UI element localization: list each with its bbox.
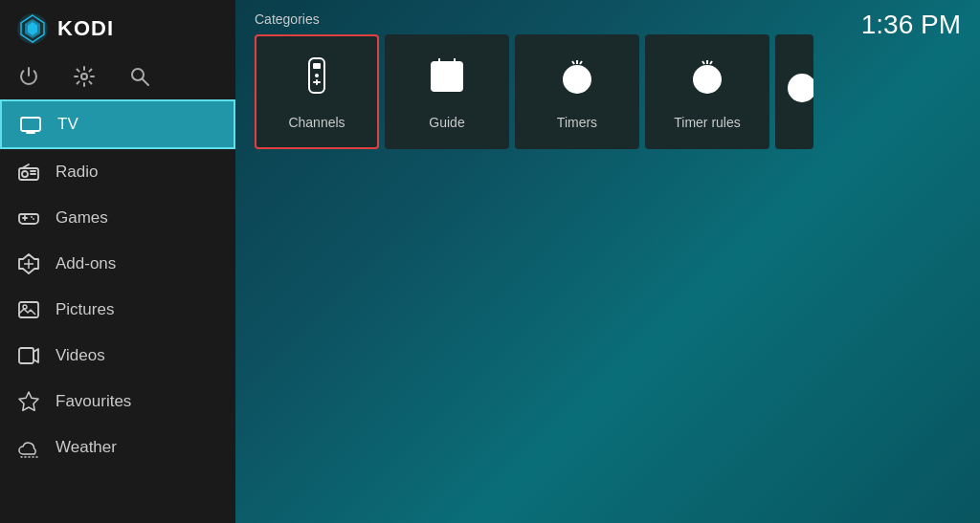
settings2-icon: [781, 67, 813, 118]
main-content: 1:36 PM Categories Channels: [235, 0, 980, 523]
settings-button[interactable]: [71, 63, 98, 90]
sidebar-actions: [0, 57, 235, 99]
nav-items: TV Radio Games: [0, 99, 235, 523]
svg-line-6: [143, 79, 149, 86]
sidebar-item-videos[interactable]: Videos: [0, 333, 235, 379]
timers-label: Timers: [557, 115, 597, 130]
svg-line-39: [580, 61, 582, 64]
sidebar: KODI: [0, 0, 235, 523]
svg-point-4: [81, 74, 87, 79]
category-timerrules[interactable]: Timer rules: [645, 34, 769, 149]
svg-rect-18: [19, 348, 33, 363]
timerrules-icon: [686, 54, 728, 105]
addons-icon: [15, 251, 42, 277]
svg-point-26: [315, 74, 319, 77]
guide-label: Guide: [429, 115, 464, 130]
sidebar-item-videos-label: Videos: [56, 346, 105, 365]
svg-rect-7: [21, 118, 40, 131]
svg-line-45: [702, 61, 704, 64]
sidebar-item-radio[interactable]: Radio: [0, 149, 235, 195]
timers-icon: [556, 54, 598, 105]
sidebar-item-addons-label: Add-ons: [56, 254, 116, 273]
svg-point-52: [789, 75, 813, 101]
sidebar-item-games[interactable]: Games: [0, 195, 235, 241]
weather-icon: [15, 434, 42, 461]
sidebar-item-pictures-label: Pictures: [56, 300, 114, 319]
sidebar-header: KODI: [0, 0, 235, 57]
sidebar-item-games-label: Games: [56, 208, 108, 228]
sidebar-item-favourites-label: Favourites: [56, 392, 131, 411]
sidebar-item-radio-label: Radio: [56, 163, 98, 182]
sidebar-item-tv-label: TV: [57, 115, 78, 134]
app-title: KODI: [57, 16, 114, 41]
radio-icon: [15, 159, 42, 185]
channels-icon: [296, 54, 338, 105]
sidebar-item-addons[interactable]: Add-ons: [0, 241, 235, 287]
pictures-icon: [15, 296, 42, 323]
timerrules-label: Timer rules: [674, 115, 741, 130]
category-channels[interactable]: Channels: [255, 34, 379, 149]
category-settings[interactable]: [775, 34, 813, 149]
svg-rect-25: [313, 63, 321, 69]
svg-point-43: [702, 75, 712, 84]
search-button[interactable]: [126, 63, 153, 90]
sidebar-item-tv[interactable]: TV: [0, 99, 235, 149]
category-guide[interactable]: Guide: [385, 34, 509, 149]
channels-label: Channels: [288, 115, 345, 130]
guide-icon: [426, 54, 468, 105]
time-display: 1:36 PM: [861, 10, 961, 40]
kodi-logo: [15, 11, 50, 46]
favourites-icon: [15, 388, 42, 415]
sidebar-item-pictures[interactable]: Pictures: [0, 287, 235, 333]
sidebar-item-favourites[interactable]: Favourites: [0, 379, 235, 425]
svg-line-46: [710, 61, 712, 64]
power-button[interactable]: [15, 63, 42, 90]
sidebar-item-weather-label: Weather: [56, 438, 117, 457]
category-timers[interactable]: Timers: [515, 34, 639, 149]
svg-line-38: [572, 61, 574, 64]
svg-point-11: [22, 171, 28, 177]
sidebar-item-weather[interactable]: Weather: [0, 425, 235, 470]
videos-icon: [15, 342, 42, 369]
games-icon: [15, 205, 42, 231]
tv-icon: [17, 111, 44, 138]
categories-grid: Channels Guide: [235, 34, 980, 149]
